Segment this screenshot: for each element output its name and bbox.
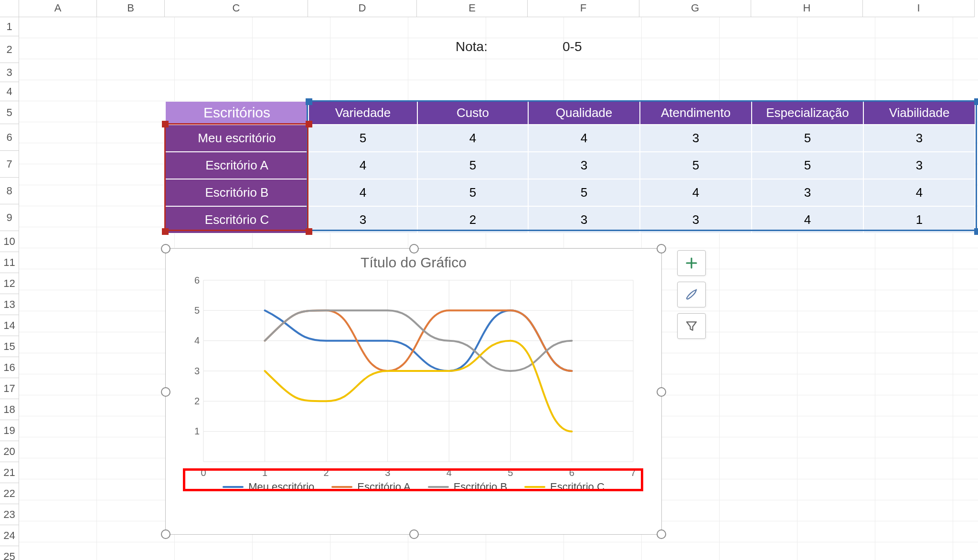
spreadsheet[interactable]: A B C D E F G H I 1 2 3 4 5 6 7 8 9 10 1… (0, 0, 978, 560)
chart-styles-button[interactable] (677, 282, 706, 307)
resize-handle-icon[interactable] (161, 387, 170, 397)
row-header-1[interactable]: 1 (0, 17, 19, 36)
row-header-6[interactable]: 6 (0, 124, 19, 151)
selection-handle-icon[interactable] (162, 228, 169, 235)
col-header-F[interactable]: F (528, 0, 639, 17)
row-header-13[interactable]: 13 (0, 294, 19, 315)
row-escritorio-b[interactable]: Escritório B (165, 179, 308, 206)
chart-elements-button[interactable] (677, 250, 706, 276)
chart-object[interactable]: Título do Gráfico (165, 248, 662, 535)
series-escritorio-c[interactable] (265, 341, 572, 432)
row-escritorio-c[interactable]: Escritório C (165, 206, 308, 233)
col-especializacao[interactable]: Especialização (752, 101, 863, 125)
selection-handle-icon[interactable] (306, 121, 312, 127)
resize-handle-icon[interactable] (161, 244, 170, 254)
cell[interactable]: 4 (528, 125, 640, 152)
cell[interactable]: 5 (752, 152, 863, 179)
resize-handle-icon[interactable] (161, 529, 170, 539)
cell[interactable]: 3 (863, 125, 975, 152)
row-header-14[interactable]: 14 (0, 315, 19, 336)
legend-item[interactable]: Escritório A (331, 481, 410, 493)
row-header-20[interactable]: 20 (0, 441, 19, 462)
row-header-21[interactable]: 21 (0, 462, 19, 483)
row-header-22[interactable]: 22 (0, 483, 19, 504)
cell[interactable]: 5 (417, 152, 528, 179)
cell[interactable]: 5 (528, 179, 640, 206)
row-header-15[interactable]: 15 (0, 336, 19, 357)
col-header-A[interactable]: A (19, 0, 97, 17)
note-label: Nota: (456, 39, 488, 54)
selection-handle-icon[interactable] (162, 121, 169, 127)
cell[interactable]: 5 (417, 179, 528, 206)
cell[interactable]: 4 (752, 206, 863, 233)
legend-item[interactable]: Meu escritório (223, 481, 314, 493)
cell[interactable]: 1 (863, 206, 975, 233)
cell[interactable]: 4 (308, 152, 417, 179)
select-all-corner[interactable] (0, 0, 19, 17)
row-header-11[interactable]: 11 (0, 252, 19, 273)
cell[interactable]: 4 (640, 179, 752, 206)
col-atendimento[interactable]: Atendimento (640, 101, 752, 125)
cell[interactable]: 3 (528, 206, 640, 233)
row-header-18[interactable]: 18 (0, 399, 19, 420)
row-header-7[interactable]: 7 (0, 151, 19, 178)
row-header-17[interactable]: 17 (0, 378, 19, 399)
col-header-I[interactable]: I (863, 0, 975, 17)
row-header-12[interactable]: 12 (0, 273, 19, 294)
chart-plot-area[interactable]: 1 2 3 4 5 6 0 1 2 3 4 5 6 7 (175, 271, 652, 481)
cell[interactable]: 3 (308, 206, 417, 233)
row-header-9[interactable]: 9 (0, 204, 19, 231)
row-escritorio-a[interactable]: Escritório A (165, 152, 308, 179)
chart-filter-button[interactable] (677, 313, 706, 339)
cell[interactable]: 4 (417, 125, 528, 152)
table-corner-header[interactable]: Escritórios (165, 101, 308, 125)
row-header-3[interactable]: 3 (0, 63, 19, 82)
col-custo[interactable]: Custo (417, 101, 528, 125)
resize-handle-icon[interactable] (657, 529, 666, 539)
resize-handle-icon[interactable] (657, 387, 666, 397)
col-header-C[interactable]: C (165, 0, 308, 17)
cell[interactable]: 3 (752, 179, 863, 206)
row-header-19[interactable]: 19 (0, 420, 19, 441)
row-header-8[interactable]: 8 (0, 178, 19, 204)
row-header-2[interactable]: 2 (0, 36, 19, 63)
data-table[interactable]: Escritórios Variedade Custo Qualidade At… (165, 101, 975, 233)
row-header-25[interactable]: 25 (0, 546, 19, 560)
selection-handle-icon[interactable] (306, 98, 312, 105)
cell[interactable]: 3 (640, 206, 752, 233)
row-header-16[interactable]: 16 (0, 357, 19, 378)
chart-legend[interactable]: Meu escritório Escritório A Escritório B… (166, 481, 661, 497)
cell[interactable]: 3 (863, 152, 975, 179)
resize-handle-icon[interactable] (409, 244, 419, 254)
cell[interactable]: 2 (417, 206, 528, 233)
selection-handle-icon[interactable] (974, 98, 978, 105)
cell[interactable]: 5 (752, 125, 863, 152)
resize-handle-icon[interactable] (657, 244, 666, 254)
col-header-E[interactable]: E (417, 0, 528, 17)
row-header-5[interactable]: 5 (0, 101, 19, 124)
cell[interactable]: 4 (308, 179, 417, 206)
selection-handle-icon[interactable] (306, 228, 312, 235)
resize-handle-icon[interactable] (409, 529, 419, 539)
cell[interactable]: 3 (640, 125, 752, 152)
row-meu-escritorio[interactable]: Meu escritório (165, 125, 308, 152)
row-header-4[interactable]: 4 (0, 82, 19, 101)
row-header-24[interactable]: 24 (0, 525, 19, 546)
selection-handle-icon[interactable] (974, 228, 978, 235)
col-variedade[interactable]: Variedade (308, 101, 417, 125)
cell[interactable]: 3 (528, 152, 640, 179)
col-header-H[interactable]: H (751, 0, 863, 17)
row-header-10[interactable]: 10 (0, 231, 19, 252)
row-header-23[interactable]: 23 (0, 504, 19, 525)
legend-item[interactable]: Escritório B (428, 481, 507, 493)
cell[interactable]: 5 (640, 152, 752, 179)
cell[interactable]: 5 (308, 125, 417, 152)
col-header-B[interactable]: B (97, 0, 165, 17)
cell[interactable]: 4 (863, 179, 975, 206)
col-qualidade[interactable]: Qualidade (528, 101, 640, 125)
col-header-G[interactable]: G (639, 0, 751, 17)
col-viabilidade[interactable]: Viabilidade (863, 101, 975, 125)
legend-label: Escritório C (550, 481, 605, 493)
legend-item[interactable]: Escritório C (524, 481, 605, 493)
col-header-D[interactable]: D (308, 0, 417, 17)
